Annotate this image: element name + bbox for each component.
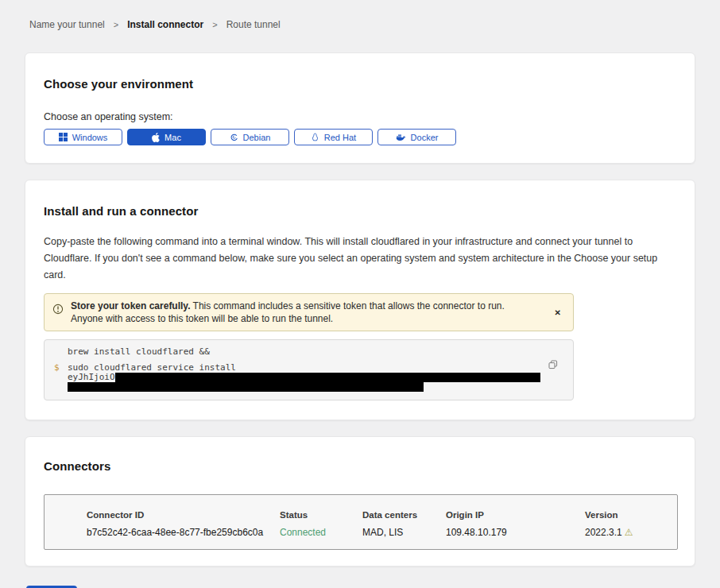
col-header-version: Version xyxy=(585,510,677,520)
col-header-origin-ip: Origin IP xyxy=(446,510,585,520)
os-button-mac[interactable]: Mac xyxy=(127,129,206,145)
os-button-label: Debian xyxy=(243,133,271,142)
connectors-table: Connector ID Status Data centers Origin … xyxy=(44,494,678,550)
alert-title: Store your token carefully. xyxy=(71,300,191,311)
docker-icon xyxy=(396,133,406,141)
os-button-docker[interactable]: Docker xyxy=(377,129,456,145)
os-button-redhat[interactable]: Red Hat xyxy=(294,129,373,145)
install-connector-card: Install and run a connector Copy-paste t… xyxy=(25,180,695,420)
breadcrumb-route-tunnel[interactable]: Route tunnel xyxy=(226,19,281,30)
install-card-title: Install and run a connector xyxy=(44,204,676,218)
windows-icon xyxy=(59,133,68,141)
table-header-row: Connector ID Status Data centers Origin … xyxy=(87,510,677,520)
shell-prompt: $ xyxy=(54,362,68,373)
cell-version: 2022.3.1⚠ xyxy=(585,527,677,538)
os-button-group: Windows Mac Debian Red Hat xyxy=(44,129,676,145)
col-header-status: Status xyxy=(280,510,362,520)
install-command-block: brew install cloudflared && $ sudo cloud… xyxy=(44,339,574,400)
os-button-label: Windows xyxy=(72,133,108,142)
os-button-label: Docker xyxy=(411,133,439,142)
os-button-label: Red Hat xyxy=(324,133,356,142)
connectors-card: Connectors Connector ID Status Data cent… xyxy=(25,436,695,567)
os-button-label: Mac xyxy=(165,133,181,142)
breadcrumb-name-your-tunnel[interactable]: Name your tunnel xyxy=(29,19,105,30)
col-header-connector-id: Connector ID xyxy=(87,510,280,520)
version-value: 2022.3.1 xyxy=(585,527,622,538)
cell-status: Connected xyxy=(280,527,362,538)
tunnel-setup-page: Name your tunnel > Install connector > R… xyxy=(0,0,720,588)
environment-card: Choose your environment Choose an operat… xyxy=(25,52,695,164)
debian-icon xyxy=(230,133,238,141)
redacted-token-bar xyxy=(115,373,540,382)
chevron-right-icon: > xyxy=(114,20,118,29)
info-icon xyxy=(52,304,64,325)
install-description: Copy-paste the following command into a … xyxy=(44,234,676,284)
chevron-right-icon: > xyxy=(212,20,217,29)
apple-icon xyxy=(152,133,160,142)
cell-connector-id: b7c52c42-6caa-48ee-8c77-fbe259cb6c0a xyxy=(87,527,280,538)
os-button-debian[interactable]: Debian xyxy=(211,129,289,145)
warning-triangle-icon: ⚠ xyxy=(625,527,633,538)
code-line-brew: brew install cloudflared && xyxy=(68,346,563,357)
alert-message: Store your token carefully. This command… xyxy=(71,300,524,325)
copy-icon[interactable] xyxy=(548,360,558,369)
token-prefix: eyJhIjoiO xyxy=(68,373,115,382)
os-button-windows[interactable]: Windows xyxy=(44,129,122,145)
redacted-token-bar xyxy=(68,382,424,392)
environment-card-title: Choose your environment xyxy=(44,77,676,91)
connectors-card-title: Connectors xyxy=(44,459,676,473)
breadcrumb-install-connector[interactable]: Install connector xyxy=(127,19,203,30)
col-header-data-centers: Data centers xyxy=(362,510,446,520)
cell-origin-ip: 109.48.10.179 xyxy=(446,527,585,538)
token-warning-alert: Store your token carefully. This command… xyxy=(44,293,574,331)
breadcrumb: Name your tunnel > Install connector > R… xyxy=(0,0,720,30)
close-icon[interactable]: ✕ xyxy=(553,307,563,319)
redhat-icon xyxy=(311,133,319,141)
cell-data-centers: MAD, LIS xyxy=(362,527,446,538)
table-row: b7c52c42-6caa-48ee-8c77-fbe259cb6c0a Con… xyxy=(87,520,677,538)
os-select-label: Choose an operating system: xyxy=(44,111,676,122)
